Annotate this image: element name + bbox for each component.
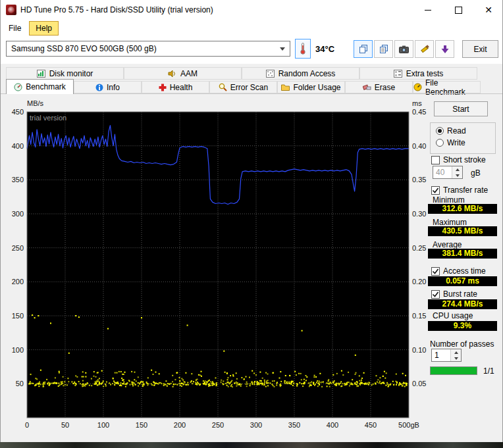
short-stroke-checkbox[interactable]: Short stroke	[431, 155, 486, 164]
tab-erase[interactable]: Erase	[345, 81, 413, 93]
tab-health[interactable]: Health	[142, 81, 209, 93]
access-time-dot	[61, 384, 62, 385]
access-time-dot	[75, 375, 76, 376]
access-time-dot	[122, 374, 123, 375]
access-time-dot	[264, 382, 265, 383]
access-time-dot	[276, 385, 277, 386]
access-time-checkbox[interactable]: Access time	[431, 266, 486, 276]
screenshot-button[interactable]	[394, 40, 413, 58]
tab-info[interactable]: Info	[74, 81, 142, 93]
access-time-dot	[64, 381, 65, 382]
tab-disk-monitor[interactable]: Disk monitor	[6, 67, 124, 80]
tab-aam[interactable]: AAM	[124, 67, 242, 80]
drive-select[interactable]: Samsung SSD 870 EVO 500GB (500 gB)	[6, 41, 290, 57]
access-time-dot	[43, 383, 44, 384]
stepper-up-button[interactable]	[451, 349, 461, 355]
minimum-value: 312.6 MB/s	[428, 204, 497, 214]
y-tick-label-right: 0.25	[412, 244, 426, 252]
access-time-dot	[195, 382, 196, 383]
access-time-dot	[240, 386, 242, 387]
average-value: 381.4 MB/s	[428, 249, 497, 259]
average-label: Average	[433, 240, 462, 249]
passes-stepper[interactable]: 1	[431, 349, 462, 362]
tab-file-benchmark[interactable]: File Benchmark	[413, 81, 481, 93]
tab-label: AAM	[180, 69, 198, 78]
access-time-dot	[292, 385, 294, 386]
access-time-dot	[47, 384, 48, 385]
access-time-dot	[385, 385, 386, 386]
access-time-dot	[205, 380, 206, 382]
access-time-dot	[136, 380, 137, 382]
copy-screenshot-button[interactable]	[354, 40, 373, 58]
temperature-button[interactable]	[295, 39, 311, 59]
radio-unselected-icon	[436, 139, 444, 147]
short-stroke-size-stepper[interactable]: 40	[433, 166, 463, 179]
access-time-dot	[36, 378, 38, 380]
access-time-dot	[377, 382, 378, 383]
access-time-dot	[172, 375, 173, 376]
stepper-down-button[interactable]	[452, 172, 462, 178]
access-time-dot	[134, 372, 136, 373]
access-time-dot	[314, 375, 315, 376]
write-radio[interactable]: Write	[436, 138, 465, 147]
access-time-dot	[349, 386, 350, 387]
access-time-dot	[179, 380, 180, 382]
access-time-dot	[169, 384, 171, 385]
read-radio[interactable]: Read	[436, 126, 466, 136]
start-button[interactable]: Start	[434, 101, 488, 116]
tab-random-access[interactable]: Random Access	[242, 67, 359, 80]
access-time-dot	[43, 386, 44, 387]
stepper-up-button[interactable]	[452, 166, 462, 172]
access-time-dot	[227, 377, 228, 378]
access-time-dot	[84, 385, 86, 386]
options-button[interactable]	[415, 40, 434, 58]
access-time-dot	[123, 383, 124, 384]
access-time-dot	[75, 315, 76, 316]
tab-error-scan[interactable]: Error Scan	[209, 81, 277, 93]
transfer-rate-checkbox[interactable]: Transfer rate	[431, 186, 488, 195]
access-time-dot	[309, 386, 310, 387]
save-results-button[interactable]	[435, 40, 454, 58]
access-time-dot	[120, 382, 122, 384]
access-time-dot	[388, 386, 389, 387]
menu-help[interactable]: Help	[29, 21, 59, 36]
progress-text: 1/1	[483, 366, 494, 376]
maximize-button[interactable]	[443, 0, 473, 20]
menu-file[interactable]: File	[2, 21, 28, 36]
close-button[interactable]: ✕	[473, 0, 503, 20]
x-tick-label: 250	[212, 421, 224, 429]
access-time-dot	[215, 378, 217, 379]
access-time-dot	[131, 371, 132, 372]
access-time-dot	[236, 386, 237, 387]
access-time-dot	[392, 381, 394, 382]
copy-text-button[interactable]	[374, 40, 393, 58]
access-time-dot	[376, 375, 377, 376]
y-tick-label-right: 0.05	[412, 380, 426, 387]
left-axis-unit: MB/s	[27, 99, 44, 107]
tab-label: Error Scan	[230, 83, 268, 92]
exit-button[interactable]: Exit	[462, 40, 498, 58]
access-time-dot	[317, 383, 319, 384]
access-time-dot	[284, 382, 285, 384]
access-time-dot	[203, 383, 204, 384]
access-time-dot	[172, 386, 174, 387]
minimize-button[interactable]	[413, 0, 443, 20]
access-time-dot	[299, 382, 300, 384]
access-time-dot	[73, 383, 74, 384]
y-tick-label-left: 50	[16, 380, 24, 387]
stepper-down-button[interactable]	[451, 355, 461, 361]
access-time-dot	[187, 382, 188, 384]
access-time-dot	[173, 384, 174, 385]
access-time-dot	[49, 385, 50, 386]
tab-folder-usage[interactable]: Folder Usage	[277, 81, 345, 93]
y-tick-label-right: 0.35	[412, 176, 426, 184]
access-time-dot	[332, 374, 334, 376]
access-time-dot	[192, 383, 193, 384]
tab-benchmark[interactable]: Benchmark	[6, 79, 74, 94]
access-time-dot	[263, 385, 265, 386]
access-time-dot	[306, 376, 307, 378]
access-time-dot	[257, 384, 259, 385]
access-time-dot	[210, 381, 211, 382]
access-time-dot	[130, 384, 131, 386]
burst-rate-checkbox[interactable]: Burst rate	[431, 289, 477, 299]
